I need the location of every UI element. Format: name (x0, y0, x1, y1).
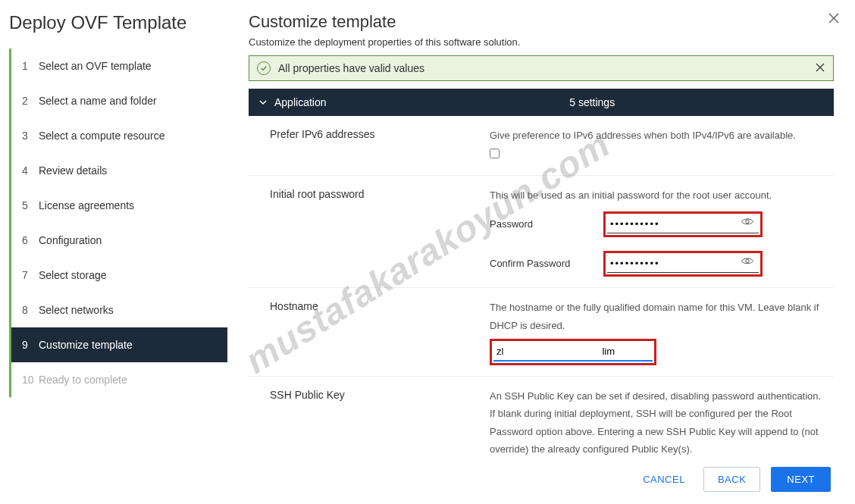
label-confirm-password: Confirm Password (490, 255, 603, 272)
label-hostname: Hostname (270, 299, 490, 365)
close-icon[interactable] (828, 12, 840, 27)
step-customize-template[interactable]: 9Customize template (11, 327, 227, 362)
input-hostname[interactable] (493, 343, 653, 362)
validation-alert: All properties have valid values (249, 55, 834, 81)
chevron-down-icon (259, 99, 267, 106)
wizard-sidebar: Deploy OVF Template 1Select an OVF templ… (0, 0, 227, 504)
svg-point-0 (746, 220, 750, 224)
form-body: Prefer IPv6 addresses Give preference to… (249, 116, 834, 504)
step-compute-resource[interactable]: 3Select a compute resource (11, 118, 227, 153)
section-count: 5 settings (569, 96, 823, 108)
cancel-button[interactable]: CANCEL (635, 468, 693, 491)
row-prefer-ipv6: Prefer IPv6 addresses Give preference to… (249, 116, 834, 176)
step-select-storage[interactable]: 7Select storage (11, 258, 227, 293)
next-button[interactable]: NEXT (771, 467, 831, 492)
svg-point-1 (746, 259, 750, 263)
checkbox-prefer-ipv6[interactable] (490, 149, 500, 158)
wizard-footer: CANCEL BACK NEXT (249, 455, 834, 504)
step-review-details[interactable]: 4Review details (11, 153, 227, 188)
step-select-ovf[interactable]: 1Select an OVF template (11, 49, 227, 83)
step-name-folder[interactable]: 2Select a name and folder (11, 83, 227, 118)
label-root-password: Initial root password (270, 186, 490, 277)
main-panel: Customize template Customize the deploym… (227, 0, 855, 504)
label-password: Password (490, 215, 603, 233)
input-confirm-password[interactable] (607, 255, 759, 273)
step-license[interactable]: 5License agreements (11, 188, 227, 223)
desc-root-password: This will be used as an initial password… (490, 186, 825, 204)
step-select-networks[interactable]: 8Select networks (11, 293, 227, 327)
desc-ssh-key: An SSH Public Key can be set if desired,… (490, 387, 825, 459)
section-title: Application (274, 96, 569, 108)
input-password[interactable] (607, 215, 759, 233)
desc-prefer-ipv6: Give preference to IPv6 addresses when b… (490, 127, 825, 144)
wizard-title: Deploy OVF Template (0, 0, 227, 49)
check-circle-icon (257, 61, 271, 75)
back-button[interactable]: BACK (703, 467, 760, 492)
label-prefer-ipv6: Prefer IPv6 addresses (270, 127, 490, 164)
step-ready-complete: 10Ready to complete (11, 362, 227, 397)
section-header-application[interactable]: Application 5 settings (249, 89, 834, 116)
eye-icon[interactable] (741, 254, 754, 273)
step-configuration[interactable]: 6Configuration (11, 223, 227, 258)
desc-hostname: The hostname or the fully qualified doma… (490, 299, 825, 334)
page-subtitle: Customize the deployment properties of t… (249, 36, 834, 48)
row-hostname: Hostname The hostname or the fully quali… (249, 288, 834, 377)
eye-icon[interactable] (741, 214, 754, 233)
label-ssh-key: SSH Public Key (270, 387, 490, 459)
wizard-steps: 1Select an OVF template 2Select a name a… (9, 49, 227, 397)
alert-close-icon[interactable] (815, 62, 827, 74)
row-root-password: Initial root password This will be used … (249, 176, 834, 288)
page-title: Customize template (249, 12, 834, 32)
alert-text: All properties have valid values (278, 62, 424, 74)
